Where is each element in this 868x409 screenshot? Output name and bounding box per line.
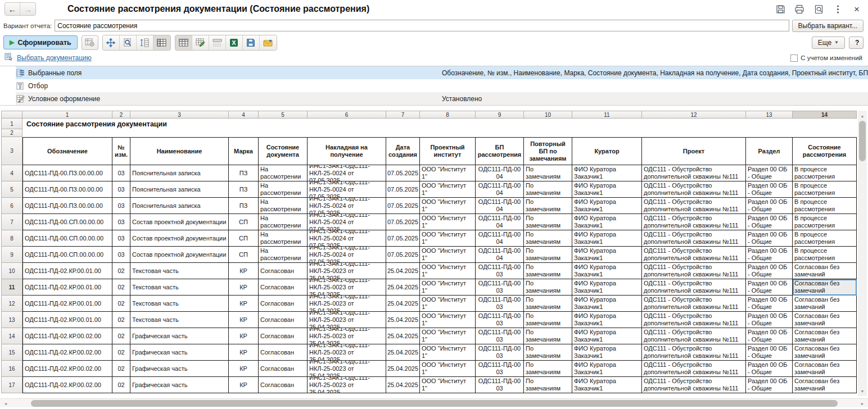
table-cell[interactable]: В процессе рассмотрения (793, 230, 857, 247)
table-cell[interactable]: ИНС1-ЗАК1-ОДС111-НКЛ-25-0023 от 25.04.20… (308, 296, 386, 312)
table-cell[interactable]: ФИО Куратора Заказчик1 (572, 263, 642, 279)
table-cell[interactable]: ОДС111 - Обустройство дополнительной скв… (642, 296, 746, 312)
table-cell[interactable]: ИНС1-ЗАК1-ОДС111-НКЛ-25-0024 от 07.05.20… (308, 181, 386, 198)
table-cell[interactable]: ОДС111 - Обустройство дополнительной скв… (642, 263, 746, 279)
table-cell[interactable]: Раздел 00 ОБ - Общие (746, 344, 793, 361)
table-cell[interactable]: Согласован без замечаний (793, 312, 857, 328)
table-cell[interactable]: 25.04.2025 (386, 361, 420, 377)
table-cell[interactable]: Согласован (259, 344, 308, 361)
table-cell[interactable]: Согласован (259, 312, 308, 328)
table-cell[interactable]: ОДС111-ПД-02.КР.00.02.00 (22, 328, 112, 344)
sheet-corner-cell[interactable] (1, 111, 22, 119)
row-header[interactable]: 12 (1, 296, 22, 312)
table-cell[interactable]: ОДС111-ПД-02.КР.00.01.00 (22, 263, 112, 279)
table-cell[interactable]: На рассмотрении (259, 230, 308, 247)
table-cell[interactable]: ИНС1-ЗАК1-ОДС111-НКЛ-25-0023 от 25.04.20… (308, 279, 386, 296)
table-cell[interactable]: ФИО Куратора Заказчик1 (572, 247, 642, 263)
table-cell[interactable]: Состав проектной документации (130, 214, 229, 230)
empty-cell[interactable] (22, 129, 857, 137)
column-header[interactable]: 3 (130, 111, 229, 119)
table-cell[interactable]: По замечаниям (524, 214, 572, 230)
table-cell[interactable]: 02 (112, 361, 130, 377)
table-cell[interactable]: ФИО Куратора Заказчик1 (572, 377, 642, 393)
table-cell[interactable]: ООО "Институт 1" (420, 312, 476, 328)
table-cell[interactable]: ОДС111-ПД-0004 (476, 247, 524, 263)
table-cell[interactable]: Раздел 00 ОБ - Общие (746, 312, 793, 328)
table-cell[interactable]: ИНС1-ЗАК1-ОДС111-НКЛ-25-0023 от 25.04.20… (308, 344, 386, 361)
save-result-icon[interactable] (243, 35, 260, 50)
table-cell[interactable]: ОДС111-ПД-0004 (476, 230, 524, 247)
table-cell[interactable]: 25.04.2025 (386, 263, 420, 279)
table-cell[interactable]: Раздел 00 ОБ - Общие (746, 181, 793, 198)
table-cell[interactable]: 02 (112, 328, 130, 344)
table-cell[interactable]: ОДС111-ПД-02.КР.00.01.00 (22, 296, 112, 312)
column-header[interactable]: 14 (793, 111, 857, 119)
row-header[interactable]: 7 (1, 214, 22, 230)
table-cell[interactable]: ИНС1-ЗАК1-ОДС111-НКЛ-25-0023 от 25.04.20… (308, 263, 386, 279)
table-cell[interactable]: 03 (112, 198, 130, 214)
table-cell[interactable]: ИНС1-ЗАК1-ОДС111-НКЛ-25-0023 от 25.04.20… (308, 328, 386, 344)
table-cell[interactable]: ОДС111-ПД-0003 (476, 344, 524, 361)
table-cell[interactable]: 25.04.2025 (386, 312, 420, 328)
table-cell[interactable]: ОДС111-ПД-02.КР.00.02.00 (22, 344, 112, 361)
table-cell[interactable]: Состав проектной документации (130, 230, 229, 247)
row-header[interactable]: 15 (1, 344, 22, 361)
table-cell[interactable]: Согласован (259, 296, 308, 312)
report-settings-icon[interactable] (82, 35, 98, 50)
table-cell[interactable]: ОДС111 - Обустройство дополнительной скв… (642, 198, 746, 214)
generate-button[interactable]: ▶ Сформировать (3, 35, 78, 49)
table-cell[interactable]: Графическая часть (130, 344, 229, 361)
table-column-header[interactable]: Повторный БП по замечаниям (524, 137, 572, 165)
table-cell[interactable]: Раздел 00 ОБ - Общие (746, 247, 793, 263)
table-cell[interactable]: ИНС1-ЗАК1-ОДС111-НКЛ-25-0023 от 25.04.20… (308, 377, 386, 393)
table-column-header[interactable]: № изм. (112, 137, 130, 165)
table-cell[interactable]: ООО "Институт 1" (420, 377, 476, 393)
row-header[interactable]: 14 (1, 328, 22, 344)
table-column-header[interactable]: Дата создания (386, 137, 420, 165)
settings-row-value[interactable]: Обозначение, № изм., Наименование, Марка… (442, 66, 868, 79)
table-cell[interactable]: По замечаниям (524, 361, 572, 377)
table-cell[interactable]: ОДС111-ПД-0003 (476, 328, 524, 344)
table-header-icon[interactable] (175, 35, 192, 50)
table-cell[interactable]: ООО "Институт 1" (420, 344, 476, 361)
table-cell[interactable]: Пояснительная записка (130, 198, 229, 214)
table-cell[interactable]: 07.05.2025 (386, 247, 420, 263)
table-cell[interactable]: ИНС1-ЗАК1-ОДС111-НКЛ-25-0023 от 25.04.20… (308, 312, 386, 328)
table-cell[interactable]: ОДС111-ПД-0003 (476, 296, 524, 312)
table-cell[interactable]: В процессе рассмотрения (793, 165, 857, 181)
table-cell[interactable]: ОДС111-ПД-00.ПЗ.00.00.00 (22, 181, 112, 198)
with-changes-checkbox[interactable]: С учетом изменений (790, 54, 862, 62)
table-column-header[interactable]: Проект (642, 137, 746, 165)
print-preview-icon[interactable] (813, 3, 824, 15)
table-cell[interactable]: Согласован без замечаний (793, 263, 857, 279)
table-cell[interactable]: ОДС111-ПД-0003 (476, 361, 524, 377)
table-cell[interactable]: СП (229, 230, 259, 247)
table-cell[interactable]: Согласован (259, 377, 308, 393)
table-cell[interactable]: СП (229, 214, 259, 230)
table-cell[interactable]: На рассмотрении (259, 198, 308, 214)
table-cell[interactable]: Согласован без замечаний (793, 328, 857, 344)
table-cell[interactable]: Раздел 00 ОБ - Общие (746, 263, 793, 279)
choose-variant-button[interactable]: Выбрать вариант... (792, 20, 864, 32)
table-cell[interactable]: Согласован без замечаний (793, 361, 857, 377)
table-cell[interactable]: По замечаниям (524, 312, 572, 328)
table-cell[interactable]: 03 (112, 214, 130, 230)
column-header[interactable]: 7 (386, 111, 420, 119)
table-cell[interactable]: По замечаниям (524, 296, 572, 312)
table-column-header[interactable]: Обозначение (22, 137, 112, 165)
forward-button[interactable]: → (20, 3, 35, 15)
table-cell[interactable]: ОДС111 - Обустройство дополнительной скв… (642, 165, 746, 181)
table-cell[interactable]: Текстовая часть (130, 263, 229, 279)
table-cell[interactable]: 25.04.2025 (386, 328, 420, 344)
table-cell[interactable]: ОДС111 - Обустройство дополнительной скв… (642, 328, 746, 344)
table-cell[interactable]: Графическая часть (130, 377, 229, 393)
send-mail-icon[interactable] (260, 35, 277, 50)
table-cell[interactable]: 07.05.2025 (386, 230, 420, 247)
table-cell[interactable]: ОДС111-ПД-00.СП.00.00.00 (22, 247, 112, 263)
table-cell[interactable]: В процессе рассмотрения (793, 198, 857, 214)
table-cell[interactable]: Раздел 00 ОБ - Общие (746, 214, 793, 230)
table-cell[interactable]: ОДС111-ПД-00.СП.00.00.00 (22, 230, 112, 247)
table-cell[interactable]: ИНС1-ЗАК1-ОДС111-НКЛ-25-0024 от 07.05.20… (308, 165, 386, 181)
table-cell[interactable]: ОДС111 - Обустройство дополнительной скв… (642, 247, 746, 263)
row-header[interactable]: 4 (1, 165, 22, 181)
